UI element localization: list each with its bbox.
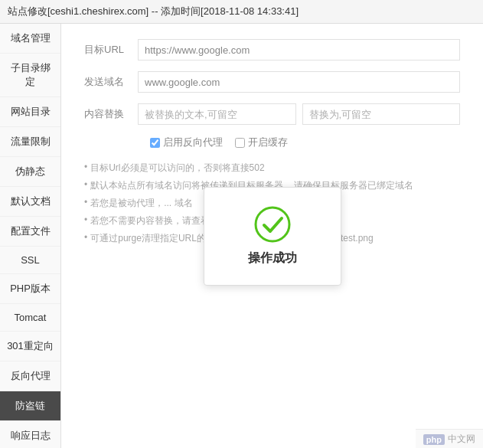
- sidebar-item-domain-management[interactable]: 域名管理: [0, 24, 60, 54]
- sidebar-item-traffic-limit[interactable]: 流量限制: [0, 127, 60, 157]
- sidebar-item-config-file[interactable]: 配置文件: [0, 217, 60, 247]
- success-modal: 操作成功: [204, 187, 341, 286]
- sidebar-item-website-dir[interactable]: 网站目录: [0, 97, 60, 127]
- sidebar-item-tomcat[interactable]: Tomcat: [0, 304, 60, 332]
- sidebar-item-hotlink-protection[interactable]: 防盗链: [0, 391, 60, 421]
- sidebar-item-subdir-bind[interactable]: 子目录绑定: [0, 54, 60, 97]
- sidebar-item-ssl[interactable]: SSL: [0, 247, 60, 274]
- svg-point-0: [256, 208, 289, 241]
- success-text: 操作成功: [248, 250, 297, 267]
- modal-overlay: 操作成功: [61, 24, 483, 448]
- success-icon: [254, 206, 291, 243]
- sidebar-item-redirect-301[interactable]: 301重定向: [0, 332, 60, 361]
- main-content: 目标URL 发送域名 内容替换 启用反向代理 开启缓存: [61, 24, 483, 448]
- sidebar-item-pseudo-static[interactable]: 伪静态: [0, 157, 60, 187]
- sidebar-item-reverse-proxy[interactable]: 反向代理: [0, 361, 60, 391]
- header-title: 站点修改[ceshi1.cheshirex.com] -- 添加时间[2018-…: [8, 5, 299, 17]
- sidebar-item-php-version[interactable]: PHP版本: [0, 274, 60, 304]
- page-header: 站点修改[ceshi1.cheshirex.com] -- 添加时间[2018-…: [0, 0, 483, 24]
- sidebar: 域名管理 子目录绑定 网站目录 流量限制 伪静态 默认文档 配置文件 SSL P…: [0, 24, 61, 448]
- sidebar-item-default-doc[interactable]: 默认文档: [0, 187, 60, 217]
- sidebar-item-response-log[interactable]: 响应日志: [0, 421, 60, 448]
